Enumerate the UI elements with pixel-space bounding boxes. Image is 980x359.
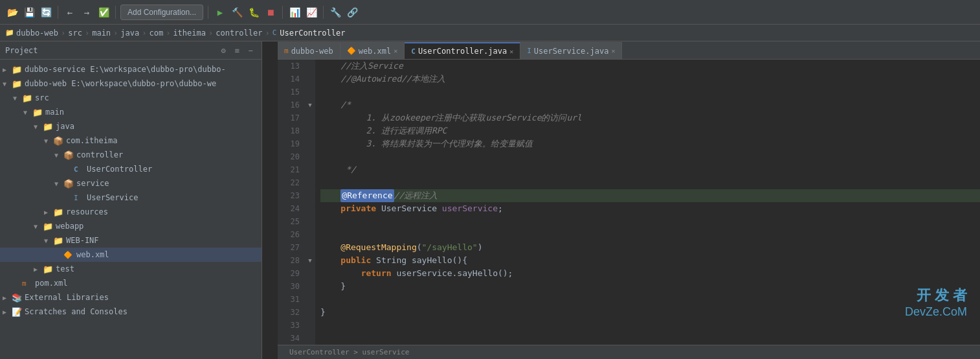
tree-item-external-libraries[interactable]: ▶ 📚 External Libraries	[0, 290, 262, 305]
stop-icon[interactable]: ⏹	[263, 5, 278, 19]
breadcrumb-controller[interactable]: controller	[216, 29, 262, 38]
gutter-25	[305, 215, 315, 228]
tab-userservice[interactable]: I UserService.java ✕	[520, 42, 622, 59]
tree-item-webinf[interactable]: ▼ 📁 WEB-INF	[0, 233, 262, 248]
tree-label-dubbo-web: dubbo-web E:\workspace\dubbo-pro\dubbo-w…	[25, 79, 216, 88]
line-num-32: 32	[278, 306, 300, 319]
tree-arrow: ▼	[13, 95, 22, 102]
gutter-15	[305, 86, 315, 98]
gutter-30	[305, 280, 315, 293]
gutter-19	[305, 137, 315, 150]
tree-item-java[interactable]: ▼ 📁 java	[0, 119, 262, 133]
class-icon: C	[74, 165, 84, 174]
gutter-21	[305, 163, 315, 176]
code-line-17: 1. 从zookeeper注册中心获取userService的访问url	[320, 111, 980, 124]
tab-close-userservice[interactable]: ✕	[611, 47, 615, 54]
add-configuration-button[interactable]: Add Configuration...	[120, 5, 203, 20]
breadcrumb-itheima[interactable]: itheima	[173, 29, 206, 38]
line-num-34: 34	[278, 332, 300, 345]
line-num-24: 24	[278, 202, 300, 215]
build-icon[interactable]: 🔨	[230, 5, 244, 19]
tree-item-service[interactable]: ▼ 📦 service	[0, 176, 262, 191]
breadcrumb-com[interactable]: com	[149, 29, 163, 38]
tree-item-controller[interactable]: ▼ 📦 controller	[0, 148, 262, 162]
tab-close-usercontroller[interactable]: ✕	[509, 48, 513, 55]
code-line-28: public String sayHello(){	[320, 254, 980, 267]
tab-label-userservice: UserService.java	[534, 47, 609, 56]
tree-label-webxml: web.xml	[76, 250, 109, 259]
tree-item-webxml[interactable]: 🔶 web.xml	[0, 248, 262, 262]
tree-item-userservice[interactable]: I UserService	[0, 191, 262, 205]
tree-item-scratches-consoles[interactable]: ▶ 📝 Scratches and Consoles	[0, 305, 262, 319]
breadcrumb-usercontroller[interactable]: C UserController	[273, 29, 346, 38]
folder-icon: 📁	[43, 222, 53, 231]
gear-settings-icon[interactable]: ⚙	[217, 45, 229, 56]
coverage-icon[interactable]: 📊	[287, 5, 302, 19]
gutter-28[interactable]: ▼	[305, 254, 315, 267]
collapse-icon[interactable]: −	[245, 45, 256, 56]
open-icon[interactable]: 📂	[5, 5, 19, 19]
tree-item-pomxml[interactable]: m pom.xml	[0, 276, 262, 290]
tab-dubbo-web[interactable]: m dubbo-web	[278, 42, 340, 59]
code-line-22	[320, 176, 980, 189]
code-line-21: */	[320, 163, 980, 176]
debug-icon[interactable]: 🐛	[247, 5, 261, 19]
code-line-14: //@Autowired//本地注入	[320, 73, 980, 86]
breadcrumb-dubbo-web[interactable]: 📁 dubbo-web	[5, 29, 58, 38]
tree-item-webapp[interactable]: ▼ 📁 webapp	[0, 219, 262, 233]
folder-icon: 📁	[43, 122, 53, 132]
gutter-17	[305, 111, 315, 124]
gutter-fold: ▼ ▼	[305, 60, 315, 345]
reference-annotation: @Reference	[340, 189, 394, 202]
tree-item-src[interactable]: ▼ 📁 src	[0, 91, 262, 105]
tree-arrow: ▼	[44, 137, 53, 145]
tree-label-resources: resources	[66, 207, 108, 216]
tree-arrow: ▼	[23, 109, 32, 116]
tree-label-userservice: UserService	[87, 193, 138, 202]
code-line-20	[320, 150, 980, 163]
gutter-20	[305, 150, 315, 163]
tree-item-test[interactable]: ▶ 📁 test	[0, 262, 262, 276]
tree-label-service: service	[76, 179, 109, 188]
code-content[interactable]: //注入Service //@Autowired//本地注入 /* 1. 从zo…	[315, 60, 980, 345]
gutter-16: ▼	[305, 98, 315, 111]
tree-item-resources[interactable]: ▶ 📁 resources	[0, 205, 262, 219]
line-num-27: 27	[278, 241, 300, 254]
bottom-path[interactable]: UserController > userService	[283, 345, 416, 359]
breadcrumb-main[interactable]: main	[92, 29, 111, 38]
settings-icon[interactable]: 🔧	[328, 5, 342, 19]
code-line-30: }	[320, 280, 980, 293]
gutter-31	[305, 293, 315, 306]
vcs-icon[interactable]: 🔗	[345, 5, 359, 19]
tab-close-webxml[interactable]: ✕	[394, 47, 397, 54]
run-icon[interactable]: ▶	[213, 5, 227, 19]
tab-webxml[interactable]: 🔶 web.xml ✕	[340, 42, 405, 59]
line-num-30: 30	[278, 280, 300, 293]
back-icon[interactable]: ←	[63, 5, 77, 19]
code-line-33	[320, 319, 980, 332]
forward-icon[interactable]: →	[80, 5, 94, 19]
check-icon[interactable]: ✅	[96, 5, 111, 19]
tree-item-main[interactable]: ▼ 📁 main	[0, 105, 262, 119]
breadcrumb-java[interactable]: java	[120, 29, 139, 38]
tree-item-com-itheima[interactable]: ▼ 📦 com.itheima	[0, 133, 262, 148]
profile-icon[interactable]: 📈	[304, 5, 318, 19]
tab-usercontroller[interactable]: C UserController.java ✕	[405, 42, 520, 59]
xml-tab-icon: 🔶	[347, 47, 356, 55]
tree-arrow	[65, 166, 74, 173]
code-editor[interactable]: 13 14 15 16 17 18 19 20 21 22 23 24 25 2…	[278, 60, 980, 345]
tree-arrow: ▶	[34, 266, 43, 273]
editor-area: m dubbo-web 🔶 web.xml ✕ C UserController…	[278, 41, 980, 359]
project-tree: ▶ 📁 dubbo-service E:\workspace\dubbo-pro…	[0, 60, 262, 359]
tree-item-dubbo-service[interactable]: ▶ 📁 dubbo-service E:\workspace\dubbo-pro…	[0, 62, 262, 76]
code-line-24: private UserService userService;	[320, 202, 980, 215]
save-icon[interactable]: 💾	[22, 5, 36, 19]
tree-label-usercontroller: UserController	[87, 165, 152, 174]
line-num-28: 28	[278, 254, 300, 267]
sync-icon[interactable]: 🔄	[39, 5, 53, 19]
tree-item-usercontroller[interactable]: C UserController	[0, 162, 262, 176]
tree-item-dubbo-web[interactable]: ▼ 📁 dubbo-web E:\workspace\dubbo-pro\dub…	[0, 76, 262, 91]
code-line-19: 3. 将结果封装为一个代理对象。给变量赋值	[320, 137, 980, 150]
layout-icon[interactable]: ≡	[231, 45, 243, 56]
breadcrumb-src[interactable]: src	[68, 29, 82, 38]
